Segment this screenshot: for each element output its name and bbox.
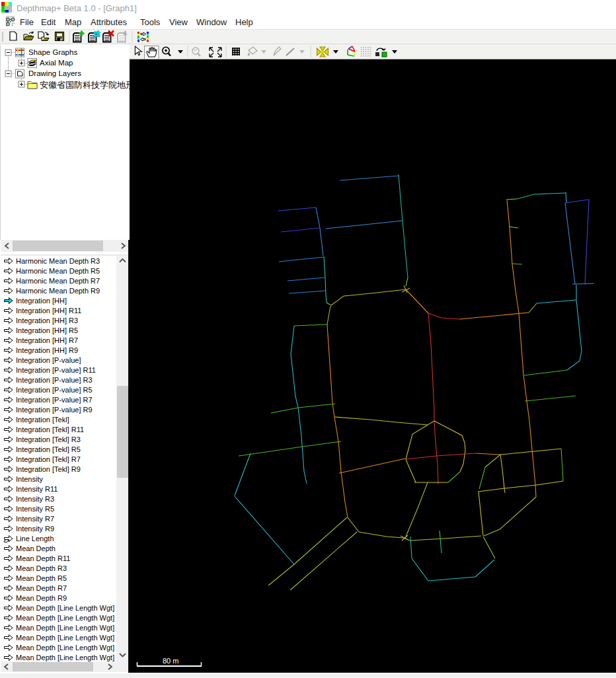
- svg-text:80 m: 80 m: [163, 657, 178, 665]
